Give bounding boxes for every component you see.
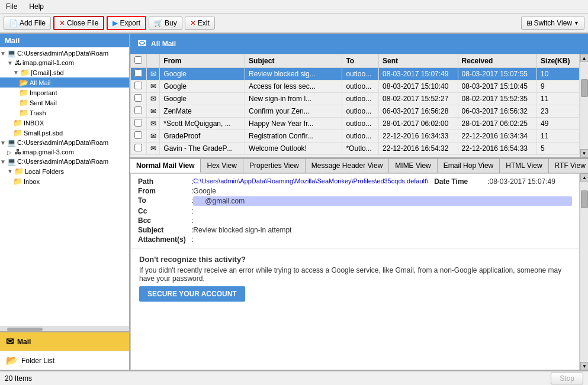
row-checkbox[interactable]	[134, 144, 142, 151]
tab-mime[interactable]: MIME View	[389, 159, 437, 173]
table-row[interactable]: ✉ Google New sign-in from l... outloo...…	[131, 93, 580, 105]
tree-item[interactable]: 📁 Important	[0, 88, 129, 98]
table-row[interactable]: ✉ Google Access for less sec... outloo..…	[131, 80, 580, 93]
status-bar: 20 Items Stop	[0, 370, 588, 385]
colon-5: :	[191, 216, 193, 225]
tree-item[interactable]: ▼ 🖧 imap.gmail-1.com	[0, 58, 129, 67]
tree-item[interactable]: 📁 Small.pst.sbd	[0, 128, 129, 138]
menu-help[interactable]: Help	[27, 1, 46, 12]
detail-scroll-thumb[interactable]	[581, 190, 588, 208]
exit-button[interactable]: ✕ Exit	[185, 17, 215, 30]
detail-body: Don't recognize this activity? If you di…	[131, 249, 579, 370]
drive-icon-2: 💻	[7, 138, 16, 147]
col-subject-header[interactable]: Subject	[245, 54, 342, 68]
stop-button[interactable]: Stop	[551, 373, 583, 384]
body-paragraph: If you didn't recently receive an error …	[139, 266, 571, 283]
envelope-icon: ✉	[150, 70, 156, 78]
colon-4: :	[191, 207, 193, 215]
tab-html[interactable]: HTML View	[500, 159, 548, 173]
all-mail-header-icon: ✉	[137, 37, 146, 50]
add-file-button[interactable]: 📄 Add File	[4, 17, 51, 30]
detail-scroll-up[interactable]: ▲	[580, 173, 588, 182]
col-received-header[interactable]: Received	[458, 54, 537, 68]
switch-view-icon: ⊞	[526, 19, 532, 27]
table-row[interactable]: ✉ Gavin - The GradeP... Welcome Outlook!…	[131, 143, 580, 155]
datetime-value: 08-03-2017 15:07:49	[490, 177, 573, 186]
item-count: 20 Items	[5, 374, 32, 383]
col-from-header[interactable]: From	[160, 54, 245, 68]
table-row[interactable]: ✉ GradeProof Registration Confir... outl…	[131, 130, 580, 143]
tab-rtf[interactable]: RTF View	[549, 159, 588, 173]
scroll-up-button[interactable]: ▲	[580, 54, 589, 62]
tab-normal_mail[interactable]: Normal Mail View	[130, 159, 201, 173]
tree-item[interactable]: 📁 Sent Mail	[0, 98, 129, 108]
tree-item[interactable]: ▼ 📁 [Gmail].sbd	[0, 67, 129, 77]
tree-area[interactable]: ▼ 💻 C:\Users\admin\AppData\Roam ▼ 🖧 imap…	[0, 47, 129, 326]
menu-bar: File Help	[0, 0, 588, 14]
switch-view-button[interactable]: ⊞ Switch View ▼	[521, 17, 584, 30]
col-size-header[interactable]: Size(KB)	[537, 54, 580, 68]
tree-item-allmail[interactable]: 📂 All Mail	[0, 77, 129, 88]
tree-item[interactable]: ▼ 💻 C:\Users\admin\AppData\Roam	[0, 157, 129, 166]
tree-item-local-folders[interactable]: ▼ 📁 Local Folders	[0, 166, 129, 176]
nav-mail-button[interactable]: ✉ Mail	[0, 332, 129, 351]
from-value: Google	[193, 187, 572, 195]
row-checkbox[interactable]	[134, 119, 142, 127]
detail-scroll-down[interactable]: ▼	[580, 362, 588, 370]
tree-item[interactable]: ▼ 💻 C:\Users\admin\AppData\Roam	[0, 138, 129, 147]
switch-view-arrow-icon: ▼	[574, 20, 579, 26]
tree-item[interactable]: 📁 Inbox	[0, 176, 129, 186]
nav-folder-list-button[interactable]: 📂 Folder List	[0, 351, 129, 370]
bcc-label: Bcc	[138, 216, 191, 225]
list-scrollbar[interactable]: ▲ ▼	[580, 54, 588, 157]
col-check-header[interactable]	[131, 54, 147, 68]
close-file-button[interactable]: ✕ Close File	[53, 16, 104, 30]
detail-scrollbar[interactable]: ▲ ▼	[580, 173, 588, 370]
secure-account-button[interactable]: SECURE YOUR ACCOUNT	[139, 286, 245, 302]
buy-button[interactable]: 🛒 Buy	[149, 17, 182, 30]
add-file-icon: 📄	[9, 19, 18, 27]
folder-icon-3: 📁	[19, 98, 28, 107]
table-row[interactable]: ✉ *Scott McQuiggan, ... Happy New Year f…	[131, 118, 580, 130]
tab-hex[interactable]: Hex View	[201, 159, 243, 173]
left-panel: Mail ▼ 💻 C:\Users\admin\AppData\Roam ▼ 🖧…	[0, 34, 130, 370]
attachments-row: Attachment(s) :	[138, 235, 572, 244]
main-layout: Mail ▼ 💻 C:\Users\admin\AppData\Roam ▼ 🖧…	[0, 34, 588, 370]
tab-message_header[interactable]: Message Header View	[306, 159, 390, 173]
detail-content: Path : C:\Users\admin\AppData\Roaming\Mo…	[130, 173, 580, 370]
row-checkbox[interactable]	[134, 131, 142, 139]
row-checkbox[interactable]	[134, 106, 142, 114]
tree-scroll-thumb[interactable]	[7, 328, 43, 331]
server-icon: 🖧	[14, 59, 21, 67]
row-checkbox[interactable]	[134, 82, 142, 89]
email-list: From Subject To Sent Received Size(KB) ✉…	[130, 54, 580, 157]
export-button[interactable]: ▶ Export	[107, 16, 146, 30]
scroll-thumb[interactable]	[581, 79, 588, 97]
envelope-icon: ✉	[150, 82, 156, 90]
path-row: Path : C:\Users\admin\AppData\Roaming\Mo…	[138, 177, 572, 186]
tree-item[interactable]: ▷ 🖧 imap.gmail-3.com	[0, 147, 129, 157]
tree-item[interactable]: 📁 Trash	[0, 108, 129, 118]
tree-scrollbar[interactable]	[0, 326, 129, 331]
tab-properties[interactable]: Properties View	[243, 159, 306, 173]
tab-email_hop[interactable]: Email Hop View	[438, 159, 500, 173]
body-heading: Don't recognize this activity?	[139, 255, 571, 264]
subject-label: Subject	[138, 226, 191, 234]
row-checkbox[interactable]	[134, 94, 142, 102]
col-to-header[interactable]: To	[342, 54, 379, 68]
scroll-track	[580, 62, 589, 149]
table-row[interactable]: ✉ Google Review blocked sig... outloo...…	[131, 68, 580, 80]
row-checkbox[interactable]	[134, 69, 142, 77]
export-icon: ▶	[113, 19, 118, 27]
table-row[interactable]: ✉ ZenMate Confirm your Zen... outloo... …	[131, 105, 580, 118]
menu-file[interactable]: File	[4, 1, 20, 12]
tree-item[interactable]: ▼ 💻 C:\Users\admin\AppData\Roam	[0, 48, 129, 58]
folder-icon-2: 📁	[19, 88, 28, 97]
dont-recognize-block: Don't recognize this activity? If you di…	[139, 255, 571, 302]
envelope-icon: ✉	[150, 107, 156, 115]
select-all-checkbox[interactable]	[134, 56, 142, 64]
col-sent-header[interactable]: Sent	[379, 54, 458, 68]
tree-item[interactable]: 📁 INBOX	[0, 118, 129, 128]
folder-icon: 📁	[20, 68, 30, 77]
scroll-down-button[interactable]: ▼	[580, 149, 589, 157]
